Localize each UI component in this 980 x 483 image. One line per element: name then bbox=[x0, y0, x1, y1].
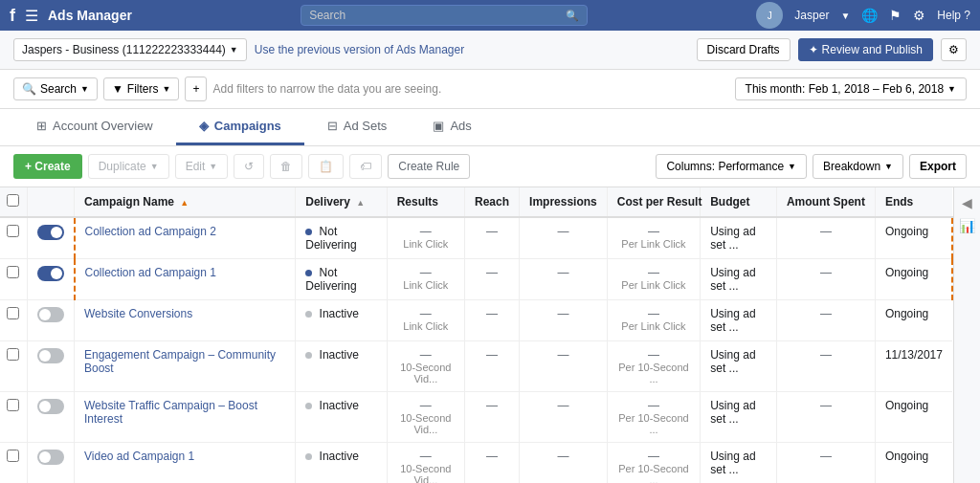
table-wrapper: Campaign Name ▲ Delivery ▲ Results Reach… bbox=[0, 187, 953, 483]
toggle-switch[interactable] bbox=[37, 266, 64, 281]
impressions-header[interactable]: Impressions bbox=[520, 187, 608, 217]
filters-button[interactable]: ▼ Filters ▼ bbox=[103, 77, 179, 100]
row-checkbox[interactable] bbox=[0, 300, 27, 341]
row-checkbox[interactable] bbox=[0, 217, 27, 259]
status-dot bbox=[305, 229, 312, 235]
tab-ad-sets[interactable]: ⊟ Ad Sets bbox=[304, 109, 411, 145]
results-header[interactable]: Results bbox=[387, 187, 464, 217]
budget-cell: Using ad set ... bbox=[701, 300, 777, 341]
toggle-switch[interactable] bbox=[37, 225, 64, 240]
settings-icon[interactable]: ⚙ bbox=[913, 8, 925, 23]
campaign-name-link[interactable]: Collection ad Campaign 2 bbox=[85, 225, 216, 238]
export-button[interactable]: Export bbox=[909, 154, 967, 179]
chevron-down-icon: ▼ bbox=[840, 11, 850, 21]
delete-button[interactable]: 🗑 bbox=[270, 154, 302, 179]
settings-button[interactable]: ⚙ bbox=[941, 38, 967, 61]
tabs-bar: ⊞ Account Overview ◈ Campaigns ⊟ Ad Sets… bbox=[0, 109, 980, 146]
toggle-track bbox=[37, 399, 64, 414]
cost-per-result-header[interactable]: Cost per Result bbox=[607, 187, 700, 217]
search-icon: 🔍 bbox=[566, 10, 579, 22]
row-toggle[interactable] bbox=[27, 392, 75, 443]
row-checkbox[interactable] bbox=[0, 392, 27, 443]
campaign-name-link[interactable]: Engagement Campaign – Community Boost bbox=[84, 348, 276, 375]
toggle-track bbox=[37, 266, 64, 281]
chevron-down-icon: ▼ bbox=[209, 162, 217, 171]
edit-button[interactable]: Edit ▼ bbox=[175, 154, 229, 179]
discard-drafts-button[interactable]: Discard Drafts bbox=[697, 38, 791, 61]
toggle-track bbox=[37, 450, 64, 465]
amount-spent-header[interactable]: Amount Spent bbox=[776, 187, 875, 217]
create-rule-button[interactable]: Create Rule bbox=[388, 154, 470, 179]
results-cell: — 10-Second Vid... bbox=[387, 341, 464, 392]
help-label[interactable]: Help ? bbox=[937, 9, 970, 22]
toggle-switch[interactable] bbox=[37, 307, 64, 322]
breakdown-button[interactable]: Breakdown ▼ bbox=[813, 154, 903, 179]
tab-account-overview[interactable]: ⊞ Account Overview bbox=[13, 109, 176, 145]
search-input[interactable] bbox=[309, 9, 560, 22]
toggle-switch[interactable] bbox=[37, 399, 64, 414]
campaign-name-link[interactable]: Collection ad Campaign 1 bbox=[85, 266, 216, 279]
tab-ads[interactable]: ▣ Ads bbox=[410, 109, 494, 145]
prev-version-link[interactable]: Use the previous version of Ads Manager bbox=[255, 43, 464, 56]
campaign-name-link[interactable]: Website Traffic Campaign – Boost Interes… bbox=[84, 399, 257, 426]
results-value: — bbox=[397, 266, 455, 279]
reach-value: — bbox=[486, 348, 498, 362]
tab-label: Ad Sets bbox=[344, 119, 388, 133]
row-checkbox[interactable] bbox=[0, 443, 27, 484]
row-toggle[interactable] bbox=[27, 259, 75, 300]
account-selector[interactable]: Jaspers - Business (111222223333444) ▼ bbox=[13, 38, 247, 61]
draft-button[interactable]: 📋 bbox=[308, 154, 344, 179]
search-icon: 🔍 bbox=[22, 82, 36, 96]
account-overview-icon: ⊞ bbox=[36, 119, 47, 133]
row-checkbox[interactable] bbox=[0, 341, 27, 392]
results-cell: — 10-Second Vid... bbox=[387, 443, 464, 484]
results-value: — bbox=[397, 450, 455, 463]
campaign-name-header[interactable]: Campaign Name ▲ bbox=[75, 187, 296, 217]
campaign-name-link[interactable]: Website Conversions bbox=[84, 307, 192, 320]
refresh-button[interactable]: ↺ bbox=[234, 154, 264, 179]
toggle-switch[interactable] bbox=[37, 348, 64, 363]
duplicate-button[interactable]: Duplicate ▼ bbox=[88, 154, 169, 179]
duplicate-label: Duplicate bbox=[99, 160, 146, 173]
amount-spent-cell: — bbox=[776, 300, 875, 341]
date-range-button[interactable]: This month: Feb 1, 2018 – Feb 6, 2018 ▼ bbox=[735, 77, 967, 100]
row-toggle[interactable] bbox=[27, 341, 75, 392]
tag-button[interactable]: 🏷 bbox=[349, 154, 382, 179]
search-filter-button[interactable]: 🔍 Search ▼ bbox=[13, 77, 98, 100]
right-sidebar: ◀ 📊 bbox=[953, 187, 980, 483]
ends-header[interactable]: Ends bbox=[875, 187, 952, 217]
flag-icon[interactable]: ⚑ bbox=[889, 8, 902, 23]
export-label: Export bbox=[920, 160, 956, 173]
collapse-icon[interactable]: ◀ bbox=[962, 195, 972, 210]
review-publish-button[interactable]: ✦ Review and Publish bbox=[798, 38, 933, 61]
hamburger-icon[interactable]: ☰ bbox=[25, 7, 38, 25]
toolbar-left: + Create Duplicate ▼ Edit ▼ ↺ 🗑 📋 🏷 Crea… bbox=[13, 154, 470, 179]
reach-cell: — bbox=[464, 392, 519, 443]
delivery-header[interactable]: Delivery ▲ bbox=[296, 187, 387, 217]
row-checkbox[interactable] bbox=[0, 259, 27, 300]
reach-cell: — bbox=[464, 443, 519, 484]
user-name[interactable]: Jasper bbox=[794, 9, 829, 22]
row-toggle[interactable] bbox=[27, 300, 75, 341]
columns-button[interactable]: Columns: Performance ▼ bbox=[656, 154, 807, 179]
chevron-down-icon: ▼ bbox=[80, 84, 89, 94]
add-filter-button[interactable]: + bbox=[185, 77, 207, 101]
tab-campaigns[interactable]: ◈ Campaigns bbox=[176, 109, 304, 145]
toggle-switch[interactable] bbox=[37, 450, 64, 465]
globe-icon[interactable]: 🌐 bbox=[861, 8, 878, 23]
filter-right: This month: Feb 1, 2018 – Feb 6, 2018 ▼ bbox=[735, 77, 967, 100]
campaign-name-link[interactable]: Video ad Campaign 1 bbox=[84, 450, 194, 463]
amount-value: — bbox=[820, 307, 832, 320]
sort-icon: ▲ bbox=[356, 198, 365, 208]
row-toggle[interactable] bbox=[27, 217, 75, 259]
budget-header[interactable]: Budget bbox=[701, 187, 777, 217]
avatar[interactable]: J bbox=[756, 2, 783, 29]
reach-header[interactable]: Reach bbox=[464, 187, 519, 217]
row-toggle[interactable] bbox=[27, 443, 75, 484]
create-button[interactable]: + Create bbox=[13, 154, 82, 179]
delivery-cell: Inactive bbox=[296, 300, 387, 341]
ends-value: Ongoing bbox=[885, 225, 928, 238]
select-all-checkbox-header[interactable] bbox=[0, 187, 27, 217]
delivery-cell: Not Delivering bbox=[296, 217, 387, 259]
chart-icon[interactable]: 📊 bbox=[959, 218, 975, 233]
